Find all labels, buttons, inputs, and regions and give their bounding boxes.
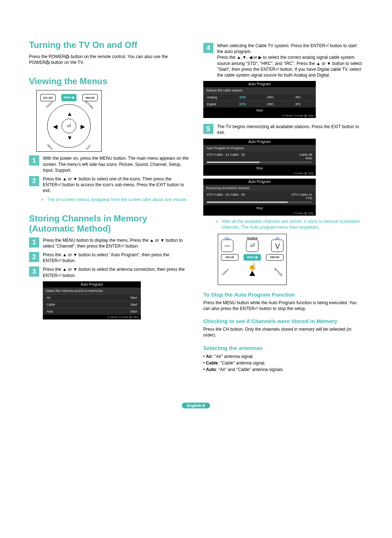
source-button: ⏎	[246, 240, 258, 252]
bullet-air: • Air: Air: "Air" antenna signal."Air" a…	[203, 353, 363, 360]
exit-label: EXIT	[86, 144, 91, 150]
step-text: Press the MENU button to display the men…	[43, 237, 189, 249]
osd-row-air: AirStart	[43, 294, 141, 301]
step-number: 1	[29, 155, 39, 166]
favch-button: FAV.CH	[82, 94, 98, 101]
step-number: 2	[29, 252, 39, 262]
page-number: English-8	[182, 403, 210, 408]
step-text: Press the ▲ or ▼ button to select the an…	[43, 266, 189, 278]
osd-removing-left: DTV Cable : 16 Cable : 45	[207, 193, 245, 200]
store-step-3: 3 Press the ▲ or ▼ button to select the …	[29, 266, 189, 278]
para-check: Press the CH button. Only the channels s…	[203, 326, 363, 338]
store-step-4: 4 When selecting the Cable TV system: Pr…	[203, 43, 363, 78]
osd-antenna-source: Auto Program Select the Antenna source t…	[43, 281, 141, 319]
up-arrow-icon: ▲	[67, 111, 73, 117]
tools-label: TOOLS	[45, 101, 53, 109]
menu-button: MENU ▥	[61, 94, 77, 101]
viewmenu-step-2: 2 Press the ▲ or ▼ button to select one …	[29, 176, 189, 194]
step-text: Press the ▲ or ▼ button to select "Auto …	[43, 252, 189, 264]
viewmenu-step-1: 1 With the power on, press the MENU butt…	[29, 155, 189, 173]
step-number: 1	[29, 237, 39, 248]
sub-stop-autoprogram: To Stop the Auto Program Function	[203, 292, 363, 298]
osd-subtitle: Auto Program in Progress.	[203, 145, 316, 151]
osd-progress: Auto Program Auto Program in Progress. D…	[203, 139, 316, 176]
osd-footer: ⏎ Enter ▥ Skip	[203, 211, 316, 216]
left-arrow-icon: ◀	[53, 123, 57, 130]
step-text: The TV begins memorizing all available s…	[217, 124, 363, 135]
osd-removing-right: DTV Cable 41 77%	[291, 193, 312, 200]
bullet-auto: • Auto: "Air" and "Cable" antenna signal…	[203, 366, 363, 373]
store-step-2: 2 Press the ▲ or ▼ button to select "Aut…	[29, 252, 189, 264]
step-text: Press the ▲ or ▼ button to select one of…	[43, 176, 189, 194]
sub-check-stored: Checking to see if Channels were Stored …	[203, 318, 363, 324]
step-number: 5	[203, 124, 213, 134]
osd-stop: Stop	[203, 205, 316, 211]
right-arrow-icon: ▶	[81, 123, 85, 130]
down-arrow-icon: ▼	[67, 135, 73, 141]
heading-turning-on-off: Turning the TV On and Off	[29, 40, 189, 50]
step-text: With the power on, press the MENU button…	[43, 155, 189, 173]
osd-title: Auto Program	[203, 139, 316, 145]
osd-start: Start	[203, 107, 316, 113]
heading-storing-channels: Storing Channels in Memory (Automatic Me…	[29, 213, 189, 234]
store-step-1: 1 Press the MENU button to display the m…	[29, 237, 189, 249]
osd-title: Auto Program	[203, 81, 316, 87]
osd-row-analog: Analog STD HRC IRC	[203, 94, 316, 101]
remote-diagram-1: CH LIST MENU ▥ FAV.CH ⏎ ▲ ▼ ◀ ▶ TOOLS RE…	[36, 90, 102, 152]
osd-progress-right: Cable 38 50%	[299, 153, 312, 160]
ch-down-button: ⋁	[271, 240, 283, 252]
osd-stop: Stop	[203, 165, 316, 171]
vol-minus-button: —	[221, 240, 233, 252]
osd-progress-left: DTV Cable : 12 Cable : 32	[207, 153, 245, 160]
heading-viewing-menus: Viewing the Menus	[29, 76, 189, 86]
chlist-button: CH LIST	[40, 94, 56, 101]
store-step-5: 5 The TV begins memorizing all available…	[203, 124, 363, 135]
para-power: Press the POWER⏻ button on the remote co…	[29, 54, 189, 65]
bullet-cable: • Cable: "Cable" antenna signal.	[203, 360, 363, 366]
note-scrambled: After all the available channels are sto…	[221, 219, 363, 230]
osd-cable-system: Auto Program Selects the cable system. A…	[203, 81, 316, 118]
chlist-button: CH LIS	[221, 254, 238, 261]
osd-subtitle: Selects the cable system.	[203, 87, 316, 94]
osd-removing: Auto Program Removing scrambled channel.…	[203, 179, 316, 216]
up-arrow-icon	[249, 271, 255, 276]
osd-row-auto: AutoStart	[43, 308, 141, 315]
menu-button: MENU ▥	[244, 254, 261, 261]
osd-footer: ✦ Move ⏎ Enter ▥ Skip	[203, 113, 316, 118]
note-menus-disappear: The on-screen menus disappear from the s…	[47, 197, 189, 203]
osd-title: Auto Program	[43, 281, 141, 288]
osd-row-digital: Digital STD HRC IRC	[203, 101, 316, 107]
sub-selecting-antennas: Selecting the antennas	[203, 345, 363, 351]
osd-footer: ✦ Move ⏎ Enter ▥ Skip	[43, 315, 141, 319]
return-label: RETURN	[85, 100, 94, 110]
remote-diagram-2: VOL — SOURCE ⏎ CH ⋁ CH LIS MENU ▥ FAV.CH…	[218, 234, 287, 285]
step-text: When selecting the Cable TV system: Pres…	[217, 43, 357, 54]
info-label: INFO i	[46, 144, 53, 151]
osd-footer: ⏎ Enter ▥ Skip	[203, 171, 316, 176]
osd-subtitle: Removing scrambled channel.	[203, 185, 316, 191]
para-stop: Press the MENU button while the Auto Pro…	[203, 300, 363, 311]
osd-subtitle: Select the Antenna source to memorize.	[43, 288, 141, 294]
favch-button: FAV.CH	[266, 254, 283, 261]
osd-title: Auto Program	[203, 179, 316, 185]
step-number: 4	[203, 43, 213, 53]
step-number: 3	[29, 266, 39, 277]
step-number: 2	[29, 176, 39, 186]
step-text-detail: Press the ▲,▼, ◀ or ▶ to select the corr…	[217, 55, 362, 78]
osd-row-cable: CableStart	[43, 301, 141, 308]
